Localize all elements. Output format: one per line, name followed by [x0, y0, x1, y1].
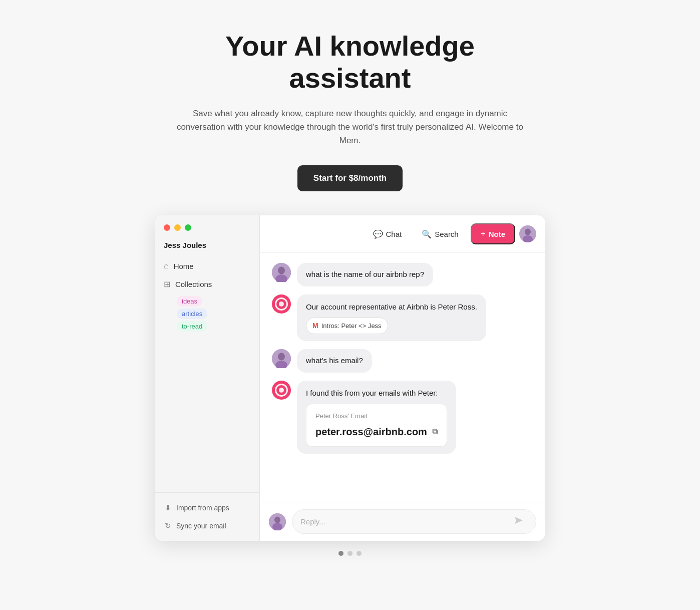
close-dot[interactable]	[164, 224, 170, 231]
cta-button[interactable]: Start for $8/month	[297, 165, 403, 191]
hero-subtitle: Save what you already know, capture new …	[175, 107, 525, 148]
user-avatar-chat-2	[272, 349, 291, 368]
window-controls	[155, 215, 259, 237]
note-label: Note	[489, 230, 505, 238]
tag-ideas[interactable]: ideas	[177, 296, 202, 307]
plus-icon: +	[481, 229, 486, 239]
note-button[interactable]: + Note	[471, 223, 515, 244]
sidebar-username: Jess Joules	[155, 237, 259, 257]
chat-label: Chat	[386, 230, 402, 238]
reply-placeholder: Reply...	[300, 517, 509, 526]
hero-section: Your AI knowledge assistant Save what yo…	[175, 30, 525, 191]
main-content: 💬 Chat 🔍 Search + Note	[260, 215, 545, 541]
chat-message-user-1: what is the name of our airbnb rep?	[272, 263, 533, 286]
search-button[interactable]: 🔍 Search	[414, 225, 467, 243]
sidebar-nav: ⌂ Home ⊞ Collections ideas articles to-r…	[155, 257, 259, 492]
sidebar-item-home-label: Home	[174, 262, 194, 270]
page-dot-2[interactable]	[347, 551, 353, 556]
pagination	[338, 541, 362, 561]
page-dot-1[interactable]	[338, 551, 343, 556]
chat-icon: 💬	[373, 229, 383, 239]
minimize-dot[interactable]	[174, 224, 181, 231]
import-icon: ⬇	[165, 503, 171, 512]
user-bubble-1: what is the name of our airbnb rep?	[297, 263, 433, 286]
maximize-dot[interactable]	[185, 224, 191, 231]
sidebar-item-collections[interactable]: ⊞ Collections	[159, 275, 255, 293]
search-label: Search	[435, 230, 459, 238]
sidebar-item-home[interactable]: ⌂ Home	[159, 257, 255, 274]
chat-message-user-2: what's his email?	[272, 349, 533, 373]
sync-email-label: Sync your email	[176, 522, 226, 530]
page-dot-3[interactable]	[357, 551, 362, 556]
ai-bubble-1: Our account representative at Airbnb is …	[297, 294, 486, 342]
search-icon: 🔍	[422, 229, 432, 239]
collections-icon: ⊞	[164, 279, 170, 289]
email-text: peter.ross@airbnb.com	[315, 424, 427, 439]
sidebar-item-collections-label: Collections	[175, 280, 212, 288]
email-card-label: Peter Ross' Email	[315, 411, 438, 421]
user-avatar-chat-1	[272, 263, 291, 282]
gmail-icon: M	[312, 321, 318, 331]
chat-button[interactable]: 💬 Chat	[365, 225, 410, 243]
chat-area: what is the name of our airbnb rep? Our …	[260, 253, 545, 502]
tag-list: ideas articles to-read	[159, 294, 255, 334]
ai-avatar-1	[272, 294, 291, 314]
import-apps-label: Import from apps	[176, 504, 229, 512]
user-avatar[interactable]	[519, 225, 536, 242]
source-chip-label-1: Intros: Peter <> Jess	[321, 321, 382, 331]
ai-text-1: Our account representative at Airbnb is …	[306, 301, 477, 313]
user-bubble-2: what's his email?	[297, 349, 372, 373]
sidebar-footer: ⬇ Import from apps ↻ Sync your email	[155, 492, 259, 541]
ai-avatar-2	[272, 381, 291, 400]
reply-user-avatar	[269, 513, 286, 530]
import-apps-item[interactable]: ⬇ Import from apps	[160, 500, 254, 516]
svg-point-7	[278, 353, 285, 361]
reply-area: Reply...	[260, 502, 545, 541]
tag-articles[interactable]: articles	[177, 309, 207, 319]
hero-title: Your AI knowledge assistant	[175, 30, 525, 95]
sync-icon: ↻	[165, 521, 171, 530]
email-address-value: peter.ross@airbnb.com ⧉	[315, 424, 438, 439]
svg-point-1	[525, 229, 531, 235]
source-chip-1[interactable]: M Intros: Peter <> Jess	[306, 318, 388, 334]
chat-message-ai-2: I found this from your emails with Peter…	[272, 381, 533, 454]
home-icon: ⌂	[164, 261, 169, 270]
send-button[interactable]	[509, 515, 528, 528]
svg-point-10	[274, 516, 280, 523]
sync-email-item[interactable]: ↻ Sync your email	[160, 518, 254, 534]
email-card: Peter Ross' Email peter.ross@airbnb.com …	[306, 404, 447, 447]
sidebar: Jess Joules ⌂ Home ⊞ Collections ideas a…	[155, 215, 260, 541]
svg-point-4	[278, 267, 285, 274]
reply-input-box[interactable]: Reply...	[292, 509, 536, 534]
app-window: Jess Joules ⌂ Home ⊞ Collections ideas a…	[155, 215, 545, 541]
ai-bubble-2: I found this from your emails with Peter…	[297, 381, 456, 454]
ai-text-2: I found this from your emails with Peter…	[306, 388, 447, 399]
tag-toread[interactable]: to-read	[177, 321, 207, 332]
toolbar: 💬 Chat 🔍 Search + Note	[260, 215, 545, 253]
copy-icon[interactable]: ⧉	[432, 426, 438, 438]
chat-message-ai-1: Our account representative at Airbnb is …	[272, 294, 533, 342]
